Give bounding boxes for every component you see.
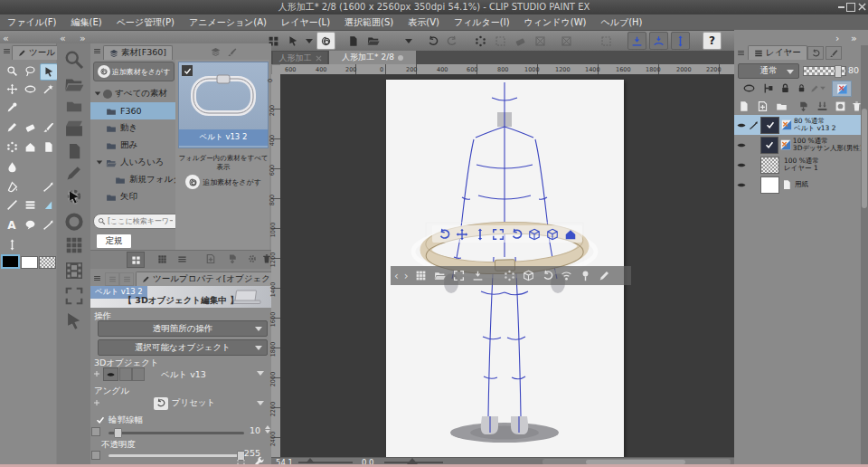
layer-visible-eye-icon[interactable] [734, 179, 748, 191]
new-file-icon[interactable] [344, 33, 362, 49]
layer-row-paper[interactable]: 用紙 [734, 175, 861, 195]
transfer-down-icon[interactable] [796, 99, 811, 113]
selection-border-icon[interactable] [598, 33, 615, 49]
tool-property-menu-icon[interactable] [92, 273, 101, 282]
find-materials-button[interactable]: 追加素材をさがす [93, 62, 175, 81]
reference-panel-icon[interactable] [63, 311, 85, 331]
tool-pen-icon[interactable] [4, 119, 20, 135]
list-view-icon[interactable] [174, 252, 190, 266]
add-material-icon[interactable] [203, 252, 219, 266]
clip-studio-icon[interactable] [316, 32, 335, 50]
save-dropdown-icon[interactable] [404, 39, 413, 43]
menu-page[interactable]: ページ管理(P) [109, 16, 182, 29]
tree-item-frame[interactable]: 囲み [90, 137, 189, 154]
quick-search-panel-icon[interactable] [63, 49, 85, 71]
layer-opacity-handle[interactable] [835, 65, 842, 78]
folder-panel-icon[interactable] [63, 97, 85, 115]
timeline-panel-icon[interactable] [63, 119, 85, 138]
sub-tool-panel-icon[interactable] [63, 164, 85, 182]
object-slot2[interactable] [132, 367, 145, 381]
workspace-dropdown-icon[interactable] [305, 39, 314, 43]
new-layer-icon[interactable] [736, 99, 751, 113]
blend-mode-dropdown[interactable]: 通常 [738, 63, 799, 79]
clear-selection-icon[interactable] [512, 33, 529, 49]
material-small-panel-icon[interactable] [63, 142, 85, 160]
layer-tab3-icon[interactable] [826, 46, 842, 60]
layer-thumbnail[interactable] [760, 137, 779, 154]
tool-brush-icon[interactable] [40, 119, 56, 135]
material-settings-icon[interactable] [244, 252, 260, 266]
tool-frame-icon[interactable] [40, 139, 56, 155]
tool-airbrush-icon[interactable] [4, 139, 20, 155]
launcher-cube-icon[interactable] [522, 269, 535, 282]
layer-scrollbar[interactable] [861, 45, 868, 467]
main-color-swatch[interactable] [3, 256, 18, 267]
menu-file[interactable]: ファイル(F) [0, 16, 64, 29]
tool-gradient-icon[interactable] [22, 179, 38, 195]
material-search-field[interactable] [93, 214, 184, 229]
menu-selection[interactable]: 選択範囲(S) [337, 16, 401, 29]
object-rotate-3d-icon[interactable] [526, 227, 542, 242]
tool-eraser-icon[interactable] [22, 119, 38, 135]
object-expand-icon[interactable] [92, 369, 100, 377]
zoom-slider-handle[interactable] [306, 458, 315, 463]
menu-help[interactable]: ヘルプ(H) [593, 16, 649, 29]
undo-icon[interactable] [424, 33, 441, 49]
outline-width-slider[interactable] [108, 432, 244, 434]
launcher-undo-icon[interactable] [541, 269, 554, 282]
camera-dolly-icon[interactable] [472, 227, 488, 242]
material-tab2-icon[interactable] [210, 46, 221, 57]
camera-rotate-icon[interactable] [436, 227, 452, 242]
menu-window[interactable]: ウィンドウ(W) [517, 16, 594, 29]
outline-checkbox[interactable] [96, 415, 105, 424]
tree-item-arrow[interactable]: 矢印 [90, 188, 189, 205]
opacity-slider[interactable] [108, 454, 244, 457]
layer-row-doll[interactable]: 100 %通常 3Dデッサン人形(男性) [734, 135, 861, 155]
layer-visible-eye-icon[interactable] [734, 119, 748, 131]
import-material-icon[interactable] [224, 252, 241, 266]
alpha-lock-icon[interactable] [794, 81, 808, 95]
tool-panel-menu-icon[interactable] [2, 46, 11, 55]
outline-width-slider-handle[interactable] [114, 428, 122, 438]
layer-row-layer1[interactable]: 100 %通常 レイヤー 1 [734, 155, 861, 175]
layer-visible-eye-icon[interactable] [734, 159, 748, 171]
tool-property-minitab2-icon[interactable] [119, 272, 134, 286]
maximize-icon[interactable] [846, 3, 855, 12]
camera-pan-icon[interactable] [454, 227, 470, 242]
object-dropdown-icon[interactable] [257, 371, 264, 376]
close-icon[interactable] [858, 3, 866, 11]
tool-balloon-icon[interactable] [22, 217, 38, 233]
material-tag-ruler[interactable]: 定規 [96, 234, 132, 249]
thumbnail-small-icon[interactable] [154, 252, 170, 266]
invert-selection-icon[interactable] [532, 33, 549, 49]
launcher-ground-icon[interactable] [471, 269, 485, 282]
tool-blend-icon[interactable] [4, 159, 20, 175]
angle-preset-row[interactable]: プリセット [103, 396, 266, 411]
object-visible-eye-icon[interactable] [103, 367, 118, 381]
material-selected-checkbox[interactable] [182, 65, 193, 76]
angle-expand-icon[interactable] [92, 398, 100, 406]
tool-property-minitab1-icon[interactable] [105, 272, 119, 286]
document-tab-1[interactable]: 人形加工 [273, 52, 327, 64]
layer-visible-eye-icon[interactable] [734, 139, 748, 151]
merge-down-icon[interactable] [815, 99, 830, 113]
tool-operation-icon[interactable] [4, 237, 20, 253]
tool-ruler-icon[interactable] [40, 197, 56, 213]
sub-color-swatch[interactable] [21, 256, 38, 269]
menu-edit[interactable]: 編集(E) [64, 16, 109, 29]
tree-item-people[interactable]: 人いろいろ [90, 154, 180, 171]
layer-panel-tab[interactable]: レイヤー [748, 45, 807, 60]
dock-next-icon[interactable]: › [835, 33, 839, 44]
tool-eyedropper-icon[interactable] [4, 100, 20, 115]
thumbnail-large-icon[interactable] [127, 252, 145, 268]
snap-special-ruler-icon[interactable] [649, 32, 668, 50]
launcher-pen-icon[interactable] [598, 269, 611, 282]
material-tab3-icon[interactable] [226, 46, 237, 57]
selectable-object-dropdown[interactable]: 選択可能なオブジェクト [98, 339, 268, 356]
save-file-icon[interactable] [384, 33, 401, 49]
animation-cels-panel-icon[interactable] [63, 260, 85, 281]
transparent-color-swatch[interactable] [39, 256, 56, 269]
object-rotate-y-icon[interactable] [508, 227, 524, 242]
tool-property-tab[interactable]: ツールプロパティ[オブジェクト] [136, 272, 288, 286]
show-all-materials-label[interactable]: フォルダー内の素材をすべて表示 [177, 154, 269, 172]
